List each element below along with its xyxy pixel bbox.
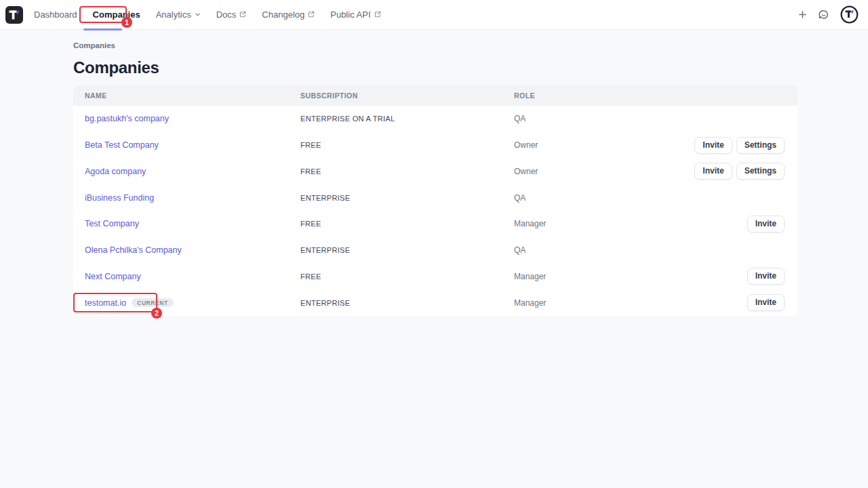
plus-icon[interactable] <box>798 10 807 19</box>
role-value: Manager <box>514 219 747 228</box>
subscription-value: FREE <box>300 141 514 149</box>
nav-right-controls <box>798 5 861 24</box>
subscription-value: ENTERPRISE ON A TRIAL <box>300 115 514 123</box>
nav-item-docs[interactable]: Docs <box>216 0 247 30</box>
company-link[interactable]: Agoda company <box>85 167 146 176</box>
page-title: Companies <box>73 58 797 77</box>
table-row: Agoda company FREE Owner Invite Settings <box>73 159 797 185</box>
nav-item-analytics[interactable]: Analytics <box>156 0 201 30</box>
table-row-current: testomat.io CURRENT ENTERPRISE Manager I… <box>73 289 797 316</box>
nav-item-label: Docs <box>216 9 237 20</box>
subscription-value: ENTERPRISE <box>300 194 514 202</box>
nav-item-changelog[interactable]: Changelog <box>262 0 315 30</box>
current-company-badge: CURRENT <box>132 298 174 308</box>
settings-button[interactable]: Settings <box>736 137 785 154</box>
role-value: QA <box>514 245 785 255</box>
company-link[interactable]: testomat.io <box>85 298 126 308</box>
table-row: Next Company FREE Manager Invite <box>73 264 797 290</box>
active-tab-indicator <box>83 28 122 30</box>
external-link-icon <box>239 9 246 20</box>
nav-item-label: Dashboard <box>34 9 77 20</box>
company-link[interactable]: iBusiness Funding <box>85 193 154 203</box>
table-header-row: NAME SUBSCRIPTION ROLE <box>73 85 797 106</box>
invite-button[interactable]: Invite <box>747 294 785 311</box>
main-content: Companies Companies NAME SUBSCRIPTION RO… <box>73 30 797 316</box>
table-row: bg.pastukh's company ENTERPRISE ON A TRI… <box>73 106 797 132</box>
column-header-name: NAME <box>85 92 300 100</box>
table-row: Olena Pchilka's Company ENTERPRISE QA <box>73 237 797 264</box>
breadcrumb[interactable]: Companies <box>73 41 797 49</box>
support-chat-icon[interactable] <box>818 9 829 20</box>
company-link[interactable]: Olena Pchilka's Company <box>85 245 182 255</box>
company-link[interactable]: Beta Test Company <box>85 140 159 150</box>
testomat-logo[interactable] <box>5 6 23 24</box>
nav-item-label: Changelog <box>262 9 304 20</box>
subscription-value: ENTERPRISE <box>300 246 514 254</box>
role-value: Owner <box>514 167 694 176</box>
role-value: Manager <box>514 298 747 308</box>
column-header-role: ROLE <box>514 92 785 100</box>
external-link-icon <box>308 9 315 20</box>
user-avatar[interactable] <box>840 5 859 24</box>
invite-button[interactable]: Invite <box>747 268 785 285</box>
nav-item-companies[interactable]: Companies <box>93 0 140 30</box>
company-link[interactable]: Next Company <box>85 272 141 281</box>
table-row: Beta Test Company FREE Owner Invite Sett… <box>73 132 797 159</box>
external-link-icon <box>374 9 381 20</box>
invite-button[interactable]: Invite <box>747 216 785 232</box>
table-row: Test Company FREE Manager Invite <box>73 211 797 237</box>
subscription-value: FREE <box>300 272 514 281</box>
nav-item-public-api[interactable]: Public API <box>330 0 380 30</box>
subscription-value: FREE <box>300 220 514 228</box>
column-header-subscription: SUBSCRIPTION <box>300 92 514 100</box>
nav-item-label: Analytics <box>156 9 191 20</box>
chevron-down-icon <box>195 9 201 20</box>
companies-table: NAME SUBSCRIPTION ROLE bg.pastukh's comp… <box>73 85 797 316</box>
role-value: Owner <box>514 140 694 150</box>
subscription-value: FREE <box>300 167 514 176</box>
settings-button[interactable]: Settings <box>736 163 785 180</box>
company-link[interactable]: bg.pastukh's company <box>85 114 169 123</box>
company-link[interactable]: Test Company <box>85 219 139 228</box>
table-row: iBusiness Funding ENTERPRISE QA <box>73 184 797 211</box>
nav-item-label: Companies <box>93 9 140 20</box>
nav-item-label: Public API <box>330 9 370 20</box>
invite-button[interactable]: Invite <box>694 163 732 180</box>
role-value: QA <box>514 114 785 123</box>
nav-item-dashboard[interactable]: Dashboard <box>34 0 77 30</box>
top-navigation: Dashboard Companies Analytics Docs Chang… <box>0 0 868 30</box>
role-value: Manager <box>514 272 747 281</box>
invite-button[interactable]: Invite <box>694 137 732 154</box>
subscription-value: ENTERPRISE <box>300 299 514 307</box>
role-value: QA <box>514 193 785 203</box>
